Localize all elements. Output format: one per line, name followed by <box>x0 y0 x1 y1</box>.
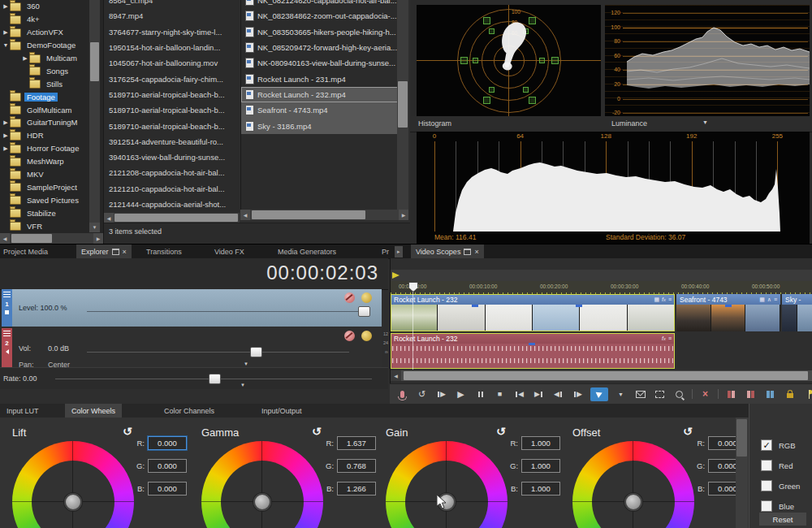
tree-vertical-scrollbar[interactable]: ▼ <box>89 0 100 232</box>
wheel-control-puck[interactable] <box>64 493 82 511</box>
tab-pr[interactable]: Pr <box>377 245 394 259</box>
tree-horizontal-scrollbar[interactable]: ◀ ▶ <box>0 233 103 244</box>
tree-folder-meshwarp[interactable]: MeshWarp <box>0 155 103 168</box>
rate-slider-handle[interactable] <box>209 374 221 384</box>
file-item-8564-cl-mp4[interactable]: 8564_cl.mp4 <box>104 0 240 8</box>
file-item-8947-mp4[interactable]: 8947.mp4 <box>104 8 240 24</box>
go-to-end-button[interactable]: ▶ <box>532 387 546 401</box>
file-item-3764677-starry-night-sky-time-l[interactable]: 3764677-starry-night-sky-time-l... <box>104 24 240 40</box>
list1-hscroll-thumb[interactable] <box>114 214 238 222</box>
file-item-nk-083503665-hikers-people-hiking-h[interactable]: NK_083503665-hikers-people-hiking-h... <box>241 24 398 40</box>
gain-r-value-field[interactable]: 1.000 <box>521 436 560 450</box>
tree-folder-actionvfx[interactable]: ▶ActionVFX <box>0 26 103 39</box>
timeline-hscroll-thumb[interactable] <box>404 371 808 380</box>
next-frame-button[interactable]: ▶ <box>571 387 585 401</box>
list2-horizontal-scrollbar[interactable]: ◀ ▶ <box>240 210 408 220</box>
float-window-icon[interactable] <box>464 249 471 255</box>
delete-button[interactable]: × <box>698 387 712 401</box>
tree-folder-saved-pictures[interactable]: Saved Pictures <box>0 193 103 206</box>
audio-solo-button[interactable] <box>361 331 372 341</box>
color-wheel[interactable] <box>572 441 694 528</box>
file-item-nk-082384862-zoom-out-cappadocia[interactable]: NK_082384862-zoom-out-cappadocia-... <box>241 8 398 24</box>
lift-g-value-field[interactable]: 0.000 <box>148 459 187 473</box>
list2-scroll-right-icon[interactable]: ▶ <box>399 210 408 220</box>
time-ruler[interactable]: 00:00:00:0000:00:10:0000:00:20:0000:00:3… <box>391 281 812 294</box>
file-item-rocket-launch-231-mp4[interactable]: Rocket Launch - 231.mp4 <box>241 71 398 86</box>
file-item-5189710-aerial-tropical-beach-b[interactable]: 5189710-aerial-tropical-beach-b... <box>104 118 240 133</box>
timeline-horizontal-scrollbar[interactable]: ◀ <box>391 370 812 381</box>
expand-icon[interactable]: ▶ <box>2 119 10 126</box>
play-from-start-button[interactable]: ▶ <box>434 387 448 401</box>
tree-folder-sampleproject[interactable]: SampleProject <box>0 180 103 193</box>
file-item-sky-3186-mp4[interactable]: Sky - 3186.mp4 <box>241 118 398 133</box>
track-menu-icon[interactable] <box>3 292 11 298</box>
video-clip-seafront[interactable]: Seafront - 4743 ▦ ∧ ≡ <box>676 294 780 331</box>
current-timecode[interactable]: 00:00:02:03 <box>266 262 378 284</box>
tab-overflow-button[interactable]: ▸ <box>395 246 403 258</box>
tab-explorer[interactable]: Explorer× <box>76 245 132 259</box>
gamma-b-value-field[interactable]: 1.266 <box>337 482 376 496</box>
expand-icon[interactable]: ▶ <box>2 3 10 10</box>
grading-tab-color-channels[interactable]: Color Channels <box>158 404 221 418</box>
audio-mute-button[interactable] <box>344 331 355 341</box>
tab-video-scopes[interactable]: Video Scopes× <box>411 245 484 259</box>
tree-folder-multicam[interactable]: ▶Multicam <box>0 52 103 65</box>
tree-folder-4k[interactable]: 4k+ <box>0 13 103 26</box>
file-item-2121444-cappadocia-aerial-shot[interactable]: 2121444-cappadocia-aerial-shot... <box>104 197 240 212</box>
checkbox-green[interactable] <box>761 480 772 491</box>
wheel-reset-icon[interactable]: ↺ <box>312 425 322 438</box>
grading-tab-input-output[interactable]: Input/Output <box>255 404 309 418</box>
collapse-icon[interactable]: ▼ <box>2 42 10 48</box>
list2-vscroll-thumb[interactable] <box>398 81 408 128</box>
file-item-3912514-adventure-beautiful-ro[interactable]: 3912514-adventure-beautiful-ro... <box>104 134 240 149</box>
histogram-channel-select[interactable]: Luminance <box>611 119 647 128</box>
clip-menu-icon[interactable]: ≡ <box>668 335 672 341</box>
tree-scroll-down-icon[interactable]: ▼ <box>89 223 100 232</box>
loop-playback-button[interactable]: ↺ <box>415 387 429 401</box>
close-icon[interactable]: × <box>123 249 127 256</box>
file-item-nk-082124620-cappadocia-hot-air-bal[interactable]: NK_082124620-cappadocia-hot-air-bal... <box>241 0 398 8</box>
file-item-seafront-4743-mp4[interactable]: Seafront - 4743.mp4 <box>241 102 398 118</box>
file-item-3940163-view-ball-during-sunse[interactable]: 3940163-view-ball-during-sunse... <box>104 149 240 165</box>
tab-media-generators[interactable]: Media Generators <box>273 245 341 259</box>
grading-vscroll-thumb[interactable] <box>736 419 747 457</box>
close-icon[interactable]: × <box>474 249 478 256</box>
list2-hscroll-thumb[interactable] <box>252 210 365 219</box>
lock-toggle[interactable] <box>783 387 797 401</box>
expand-icon[interactable]: ▶ <box>2 145 10 152</box>
video-clip-rocket-launch[interactable]: Rocket Launch - 232 ▦ fx ≡ <box>391 294 675 331</box>
list1-horizontal-scrollbar[interactable]: ◀ <box>104 213 240 223</box>
color-wheel[interactable] <box>386 441 508 528</box>
grading-tab-input-lut[interactable]: Input LUT <box>0 404 45 418</box>
color-wheel[interactable] <box>201 441 323 528</box>
expand-icon[interactable]: ▶ <box>21 55 29 62</box>
file-item-nk-080940163-view-ball-during-sunse[interactable]: NK-080940163-view-ball-during-sunse... <box>241 55 398 71</box>
lift-b-value-field[interactable]: 0.000 <box>148 482 187 496</box>
list2-vertical-scrollbar[interactable] <box>397 0 408 210</box>
timeline-marker-icon[interactable] <box>392 272 400 279</box>
tab-video-fx[interactable]: Video FX <box>209 245 249 259</box>
rate-center-marker-icon[interactable]: ▼ <box>240 383 245 387</box>
expand-icon[interactable]: ▶ <box>2 29 10 36</box>
color-wheel[interactable] <box>12 441 134 528</box>
track-menu-icon[interactable] <box>3 331 11 337</box>
audio-clip-rocket-launch[interactable]: Rocket Launch - 232 fx ≡ <box>391 333 675 369</box>
tree-folder-demofootage[interactable]: ▼DemoFootage <box>0 39 103 52</box>
volume-slider-handle[interactable] <box>250 347 262 357</box>
pan-center-marker-icon[interactable]: ▼ <box>244 361 248 366</box>
video-solo-button[interactable] <box>361 292 372 303</box>
envelope-edit-tool[interactable] <box>633 387 647 401</box>
channel-dropdown-icon[interactable]: ▼ <box>702 119 708 125</box>
clip-menu-icon[interactable]: ≡ <box>774 296 777 302</box>
event-fx-icon[interactable]: fx <box>662 296 666 302</box>
pause-button[interactable] <box>473 387 487 401</box>
gain-b-value-field[interactable]: 1.000 <box>521 482 560 496</box>
lift-r-value-field[interactable]: 0.000 <box>148 436 187 450</box>
video-track-color-strip[interactable]: 1 <box>2 289 12 327</box>
file-item-5189710-aerial-tropical-beach-b[interactable]: 5189710-aerial-tropical-beach-b... <box>104 102 240 118</box>
marker-row[interactable] <box>391 270 812 282</box>
trim-end-tool[interactable] <box>744 387 758 401</box>
tab-transitions[interactable]: Transitions <box>141 245 187 259</box>
file-item-2121208-cappadocia-hot-air-bal[interactable]: 2121208-cappadocia-hot-air-bal... <box>104 165 240 180</box>
tree-folder-mkv[interactable]: MKV <box>0 168 103 181</box>
